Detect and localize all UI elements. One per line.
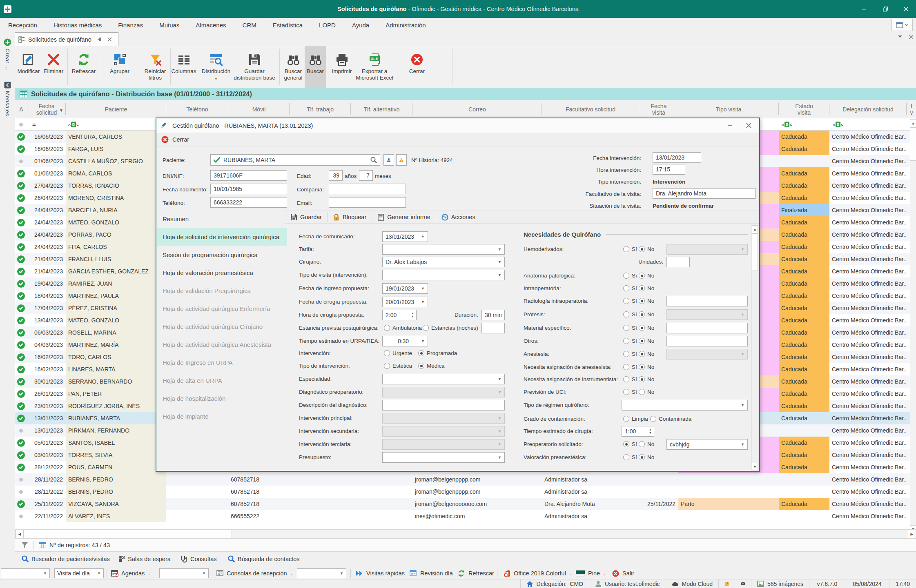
nec-otros-radio-no[interactable] bbox=[639, 338, 645, 344]
column-header-delegacion[interactable]: Delegación solicitud bbox=[829, 100, 907, 118]
nec-hemoderivados-dropdown[interactable]: ▼ bbox=[666, 244, 748, 255]
menu-lopd[interactable]: LOPD bbox=[311, 18, 344, 32]
tab-solicitudes-quirofano[interactable]: Solicitudes de quirófano bbox=[15, 32, 118, 46]
tab-list-dropdown-icon[interactable] bbox=[898, 36, 902, 38]
column-header-extra[interactable]: I v bbox=[907, 100, 916, 118]
scroll-left-icon[interactable]: ◀ bbox=[16, 530, 24, 538]
field-email[interactable] bbox=[329, 197, 406, 208]
dialog-cerrar-button[interactable]: Cerrar bbox=[161, 136, 189, 143]
form-fecha-de-cirugía-propuesta-dropdown[interactable]: 20/01/2023▼ bbox=[382, 297, 428, 307]
menu-estad-stica[interactable]: Estadística bbox=[265, 18, 311, 32]
nec-previsión-de-uci-radio-si[interactable] bbox=[623, 389, 629, 395]
dialog-nav-4[interactable]: Hoja de validación Prequirúrgica bbox=[157, 282, 287, 300]
dialog-nav-7[interactable]: Hoja de actividad quirúrgica Anestesista bbox=[157, 335, 287, 353]
nec-anatomía-patológica-radio-no[interactable] bbox=[639, 273, 645, 279]
toolbar-exportar-a-microsoft-excel[interactable]: XLSExportar a Microsoft Excel bbox=[350, 48, 399, 86]
nec-valoración-preanestésica-radio-si[interactable] bbox=[623, 454, 629, 460]
nec-unidades-box[interactable] bbox=[666, 257, 690, 267]
column-header-correo[interactable]: Correo bbox=[412, 100, 542, 118]
nec-preoperatorio-solicitado-radio-si[interactable] bbox=[623, 441, 629, 447]
table-row[interactable]: 28/11/2022BERNIS, PEDRO607852718jroman@b… bbox=[15, 486, 916, 498]
nec-anestesia-dropdown[interactable]: ▼ bbox=[666, 349, 748, 359]
button-patient-profile[interactable] bbox=[383, 154, 394, 166]
nec-intraoperatoria-radio-si[interactable] bbox=[623, 285, 629, 291]
nec-grado-de-contaminación-radio-0[interactable] bbox=[623, 416, 629, 422]
form-intervención-terciaria-dropdown[interactable]: ▼ bbox=[382, 439, 505, 450]
field-hora-intervencion[interactable]: 17:15 bbox=[653, 164, 685, 175]
nec-hemoderivados-radio-no[interactable] bbox=[639, 246, 645, 252]
menu-finanzas[interactable]: Finanzas bbox=[110, 18, 151, 32]
tabstrip-close-icon[interactable] bbox=[909, 34, 914, 39]
form-intervención-radio-1[interactable] bbox=[418, 350, 424, 356]
column-header-fecha[interactable]: Fecha solicitud▼ bbox=[27, 100, 66, 118]
grid-vertical-scrollbar[interactable]: ▲ ▼ bbox=[910, 119, 916, 535]
toolbar-eliminar[interactable]: Eliminar bbox=[40, 48, 67, 86]
menu-crm[interactable]: CRM bbox=[234, 18, 265, 32]
button-agendas[interactable]: Agendas⌄ bbox=[111, 568, 151, 578]
horizontal-scroll-thumb[interactable] bbox=[24, 530, 232, 538]
filter-icon[interactable] bbox=[22, 542, 28, 548]
menu-recepci-n[interactable]: Recepción bbox=[0, 18, 45, 32]
sidebar-item-crear[interactable]: Crear ... bbox=[0, 38, 15, 70]
field-facultativo-visita[interactable]: Dra. Alejandro Mota bbox=[653, 188, 756, 199]
dialog-scrollbar[interactable]: ▲ ▼ bbox=[751, 225, 758, 471]
menu-mutuas[interactable]: Mutuas bbox=[151, 18, 187, 32]
dialog-nav-10[interactable]: Hoja de hospitalización bbox=[157, 389, 287, 407]
dialog-nav-11[interactable]: Hoja de implante bbox=[157, 407, 287, 425]
nec-radiología-intraoperatoria-input[interactable] bbox=[666, 296, 748, 306]
dialog-button-guardar[interactable]: Guardar bbox=[285, 211, 327, 223]
filter-paciente[interactable]: ABC bbox=[68, 118, 79, 131]
nec-grado-de-contaminación-radio-1[interactable] bbox=[650, 416, 656, 422]
toolbar-agrupar[interactable]: Agrupar bbox=[105, 48, 135, 86]
combo-empty-1[interactable]: ▼ bbox=[1, 568, 50, 578]
toolbar-reiniciar-filtros[interactable]: Reiniciar filtros bbox=[142, 48, 169, 86]
dialog-nav-1[interactable]: Hoja de solicitud de intervención quirúr… bbox=[157, 228, 287, 246]
column-header-paciente[interactable]: Paciente bbox=[66, 100, 166, 118]
tab-close-icon[interactable] bbox=[107, 37, 112, 42]
nec-material-específico-radio-si[interactable] bbox=[623, 325, 629, 331]
dialog-nav-8[interactable]: Hoja de Ingreso en URPA bbox=[157, 353, 287, 371]
nec-radiología-intraoperatoria-radio-si[interactable] bbox=[623, 298, 629, 304]
button-refrescar-bottom[interactable]: Refrescar bbox=[458, 568, 494, 578]
form-tipo-de-visita-intervención-dropdown[interactable]: ▼ bbox=[382, 270, 505, 280]
restore-button[interactable] bbox=[876, 0, 895, 18]
column-header-fechavisita[interactable]: Fecha visita bbox=[639, 100, 678, 118]
filter-estado[interactable]: ABC bbox=[782, 118, 792, 131]
button-office-theme[interactable]: Office 2019 Colorful⌄ bbox=[504, 568, 572, 578]
menu-administraci-n[interactable]: Administración bbox=[377, 18, 434, 32]
nec-necesita-asignación-de-instrumentista-radio-si[interactable] bbox=[623, 376, 629, 382]
form-tipo-de-intervención-radio-0[interactable] bbox=[384, 363, 390, 369]
footer-link-buscador-de-pacientes-visitas[interactable]: Buscador de pacientes/visitas bbox=[22, 555, 110, 562]
form-tarifa-dropdown[interactable]: ▼ bbox=[382, 244, 505, 255]
form-cirujano-dropdown[interactable]: Dr. Alex Labajos▼ bbox=[382, 257, 505, 267]
form-intervención-secundaria-dropdown[interactable]: ▼ bbox=[382, 426, 505, 437]
footer-link-consultas[interactable]: Consultas bbox=[180, 555, 216, 563]
form-presupuesto-dropdown[interactable]: ▼ bbox=[382, 452, 505, 463]
menu-ayuda[interactable]: Ayuda bbox=[344, 18, 377, 32]
dialog-button-bloquear[interactable]: Bloquear bbox=[328, 211, 372, 223]
column-header-movil[interactable]: Móvil bbox=[228, 100, 290, 118]
toolbar-modificar[interactable]: Modificar bbox=[13, 48, 44, 86]
column-header-tipovisita[interactable]: Tipo visita bbox=[678, 100, 779, 118]
combo-visita-del-dia[interactable]: Visita del día▼ bbox=[54, 568, 104, 578]
dialog-nav-5[interactable]: Hoja de actividad quirúrgica Enfermería bbox=[157, 300, 287, 317]
field-nacimiento[interactable]: 10/01/1985 bbox=[210, 184, 287, 194]
field-edad-meses[interactable]: 7 bbox=[359, 170, 373, 181]
form-tiempo-estimado-en-urpa-rea-dropdown[interactable]: 0:30▼ bbox=[382, 336, 428, 346]
dialog-nav-3[interactable]: Hoja de valoración preanestésica bbox=[157, 264, 287, 282]
nec-prótesis-dropdown[interactable]: ▼ bbox=[666, 309, 748, 320]
form-estancia-prevista-postquirúrgica-radio-1[interactable] bbox=[423, 325, 429, 331]
nec-anatomía-patológica-radio-si[interactable] bbox=[623, 273, 629, 279]
form-especialidad-dropdown[interactable]: ▼ bbox=[382, 374, 505, 384]
button-visitas-rapidas[interactable]: Visitas rápidas bbox=[356, 568, 405, 578]
pin-icon[interactable] bbox=[97, 37, 103, 42]
column-header-telefono[interactable]: Teléfono bbox=[166, 100, 228, 118]
field-fecha-intervencion[interactable]: 13/01/2023 bbox=[653, 152, 701, 163]
field-telefono[interactable]: 666333222 bbox=[210, 197, 287, 208]
form-descripción-del-diagnóstico-input[interactable] bbox=[382, 400, 505, 410]
dialog-nav-6[interactable]: Hoja de actividad quirúrgica Cirujano bbox=[157, 317, 287, 335]
field-dni[interactable]: 39171606F bbox=[210, 170, 287, 181]
vertical-scroll-thumb[interactable] bbox=[910, 127, 916, 161]
combo-empty-2[interactable]: ▼ bbox=[159, 568, 209, 578]
menu-historias-m-dicas[interactable]: Historias médicas bbox=[45, 18, 110, 32]
